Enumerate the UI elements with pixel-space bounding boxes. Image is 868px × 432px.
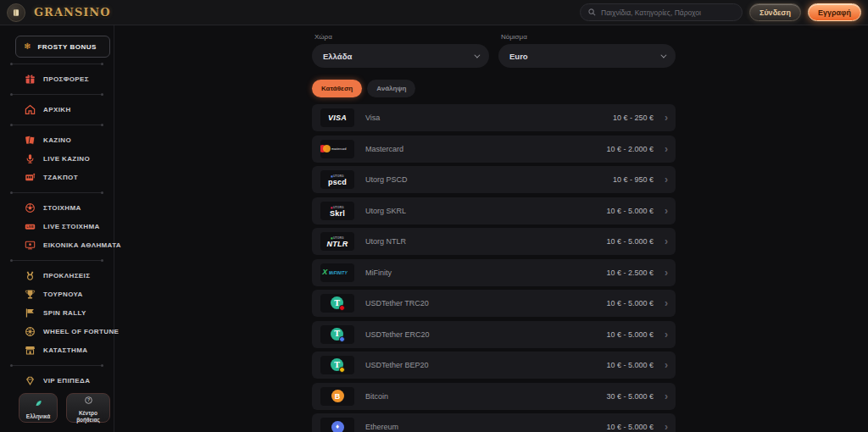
sidebar-item-live-καζινο[interactable]: LIVE ΚΑΖΙΝΟ [0,149,114,168]
sidebar-item-προσφορες[interactable]: ΠΡΟΣΦΟΡΕΣ [0,69,114,88]
soccer-ball-icon [25,202,36,213]
payment-method-row[interactable]: UTORGpscdUtorg PSCD10 € - 950 €› [312,166,676,193]
book-icon [11,8,21,18]
payment-method-name: MiFinity [365,269,392,277]
payment-method-limits: 10 € - 950 € [613,175,654,184]
search-icon [588,8,596,16]
payment-method-name: USDTether ERC20 [365,330,430,339]
chevron-right-icon: › [665,298,668,308]
trophy-icon [25,289,36,300]
sidebar-item-στοιχημα[interactable]: ΣΤΟΙΧΗΜΑ [0,198,114,217]
currency-select[interactable]: Euro [498,44,676,68]
tab-κατάθεση[interactable]: Κατάθεση [312,80,362,97]
sidebar-item-label: ΣΤΟΙΧΗΜΑ [43,204,81,212]
chevron-right-icon: › [665,268,668,278]
sidebar-divider [13,64,101,64]
sidebar-item-καταστημα[interactable]: ΚΑΤΑΣΤΗΜΑ [0,341,114,359]
cards-icon [25,135,36,146]
payment-method-limits: 10 € - 5.000 € [606,361,654,369]
frosty-bonus-button[interactable]: ❄ FROSTY BONUS [15,36,110,58]
gift-icon [25,74,36,85]
frosty-bonus-label: FROSTY BONUS [37,43,96,51]
sidebar-footer: Ελληνικά?Κέντρο βοήθειας [19,393,110,423]
svg-text:?: ? [86,397,89,402]
mifinity-logo: XMiFINITY [320,263,354,282]
sidebar-item-καζινο[interactable]: ΚΑΖΙΝΟ [0,130,114,149]
payment-method-row[interactable]: VISAVisa10 € - 250 €› [312,104,676,131]
sidebar-item-wheel-of-fortune[interactable]: WHEEL OF FORTUNE [0,322,114,341]
payment-method-row[interactable]: mastercardMastercard10 € - 2.000 €› [312,136,676,163]
flag-icon [25,307,36,318]
sidebar-item-αρχικη[interactable]: ΑΡΧΙΚΗ [0,100,114,119]
svg-text:LIVE: LIVE [26,225,34,229]
sidebar-item-τουρνουα[interactable]: ΤΟΥΡΝΟΥΑ [0,285,114,303]
payment-method-limits: 10 € - 5.000 € [606,237,654,246]
usdt-trc20-logo: T [320,294,354,313]
home-icon [25,104,36,115]
filters: Χώρα Ελλάδα Νόμισμα Euro [312,33,676,68]
payment-method-row[interactable]: XMiFINITYMiFinity10 € - 2.500 €› [312,259,676,286]
payment-method-name: Mastercard [365,145,403,153]
sidebar-item-live-στοιχημα[interactable]: LIVELIVE ΣΤΟΙΧΗΜΑ [0,217,114,235]
sidebar-item-label: ΠΡΟΣΦΟΡΕΣ [43,75,89,83]
footer-button-label: Κέντρο βοήθειας [70,410,106,423]
sidebar-item-label: ΚΑΤΑΣΤΗΜΑ [43,346,87,354]
currency-field: Νόμισμα Euro [498,33,676,68]
bitcoin-logo: B [320,387,354,406]
help-center-button[interactable]: ?Κέντρο βοήθειας [66,393,110,423]
chevron-right-icon: › [665,113,668,123]
payment-method-row[interactable]: ♦Ethereum10 € - 5.000 €› [312,413,676,432]
chevron-down-icon [660,52,666,58]
currency-value: Euro [509,52,528,61]
login-button[interactable]: Σύνδεση [749,3,801,21]
usdt-erc20-logo: T [320,325,354,344]
payment-method-name: Utorg NTLR [365,237,406,246]
sidebar-item-label: ΠΡΟΚΛΗΣΕΙΣ [43,272,90,280]
help-icon: ? [84,393,93,408]
wheel-icon [25,326,36,337]
diamond-icon [25,375,36,386]
payment-method-limits: 10 € - 5.000 € [606,207,654,215]
sidebar-item-label: LIVE ΣΤΟΙΧΗΜΑ [43,223,100,230]
chevron-right-icon: › [665,174,668,185]
register-button[interactable]: Εγγραφή [808,3,861,21]
sidebar: ❄ FROSTY BONUS ΠΡΟΣΦΟΡΕΣΑΡΧΙΚΗΚΑΖΙΝΟLIVE… [0,25,114,432]
chevron-right-icon: › [665,144,668,154]
payment-method-row[interactable]: UTORGNTLRUtorg NTLR10 € - 5.000 €› [312,228,676,255]
language-icon [34,396,43,412]
microphone-icon [25,153,36,164]
language-button[interactable]: Ελληνικά [19,393,58,423]
country-field: Χώρα Ελλάδα [312,33,489,68]
country-select[interactable]: Ελλάδα [312,44,489,68]
payment-method-limits: 10 € - 2.000 € [606,145,654,153]
payment-method-row[interactable]: BBitcoin30 € - 5.000 €› [312,383,676,410]
payment-method-row[interactable]: TUSDTether ERC2010 € - 5.000 €› [312,321,676,348]
chevron-right-icon: › [665,330,668,340]
sidebar-item-τζακποτ[interactable]: ΤΖΑΚΠΟΤ [0,168,114,186]
tab-ανάληψη[interactable]: Ανάληψη [367,80,415,97]
brand-logo[interactable]: GRANSINO [34,6,111,19]
payment-method-row[interactable]: UTORGSkrlUtorg SKRL10 € - 5.000 €› [312,197,676,224]
payment-method-name: USDTether TRC20 [365,299,429,307]
sidebar-item-label: ΕΙΚΟΝΙΚΑ ΑΘΛΗΜΑΤΑ [43,241,121,249]
payment-method-name: Visa [365,114,380,122]
mastercard-logo: mastercard [320,140,354,158]
sidebar-nav: ΠΡΟΣΦΟΡΕΣΑΡΧΙΚΗΚΑΖΙΝΟLIVE ΚΑΖΙΝΟΤΖΑΚΠΟΤΣ… [0,64,114,390]
sidebar-item-vip-επιπεδα[interactable]: VIP ΕΠΙΠΕΔΑ [0,371,114,390]
payment-method-row[interactable]: TUSDTether TRC2010 € - 5.000 €› [312,290,676,317]
sidebar-item-προκλησεις[interactable]: ΠΡΟΚΛΗΣΕΙΣ [0,266,114,285]
sidebar-item-label: ΚΑΖΙΝΟ [43,136,71,144]
chevron-down-icon [474,52,480,58]
topbar: GRANSINO Σύνδεση Εγγραφή [0,0,868,25]
country-value: Ελλάδα [323,52,352,61]
sidebar-item-label: ΤΟΥΡΝΟΥΑ [43,291,83,298]
sidebar-divider [13,94,101,95]
payment-method-row[interactable]: TUSDTether BEP2010 € - 5.000 €› [312,352,676,379]
payment-method-name: Utorg SKRL [365,207,406,215]
search-box[interactable] [580,3,743,21]
sidebar-item-spin-rally[interactable]: SPIN RALLY [0,303,114,322]
sidebar-toggle-button[interactable] [7,3,25,22]
search-input[interactable] [601,8,734,17]
visa-logo: VISA [320,108,354,127]
sidebar-item-εικονικα-αθληματα[interactable]: ΕΙΚΟΝΙΚΑ ΑΘΛΗΜΑΤΑ [0,235,114,254]
